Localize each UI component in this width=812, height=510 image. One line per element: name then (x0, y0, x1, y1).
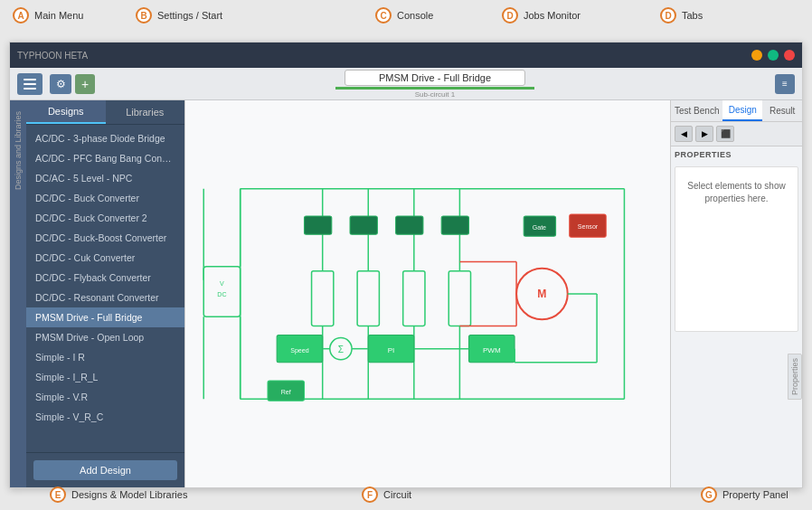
list-item[interactable]: AC/DC - PFC Bang Bang Converter (26, 148, 184, 168)
toolbar: ⚙ + PMSM Drive - Full Bridge Sub-circuit… (10, 68, 802, 100)
plus-icon: + (81, 77, 89, 91)
circuit-diagram: M PWM PI Speed Σ (185, 100, 670, 487)
list-item[interactable]: Simple - I_R_L (26, 367, 184, 387)
gear-icon: ⚙ (56, 78, 66, 90)
settings-controls: ⚙ + (50, 74, 95, 94)
tab-libraries[interactable]: Libraries (106, 100, 185, 124)
settings-button[interactable]: ⚙ (50, 74, 71, 94)
app-window: TYPHOON HETA ⚙ + (9, 42, 803, 488)
rp-forward-button[interactable]: ▶ (695, 126, 713, 142)
list-item[interactable]: Simple - I R (26, 347, 184, 367)
title-bar-controls (751, 50, 795, 61)
tab-designs[interactable]: Designs (26, 100, 106, 124)
rp-stop-button[interactable]: ⬛ (716, 126, 734, 142)
side-strip: Designs and Libraries (10, 100, 26, 487)
svg-text:DC: DC (217, 291, 226, 298)
svg-rect-47 (396, 216, 423, 234)
right-panel-toolbar: ◀ ▶ ⬛ (671, 122, 802, 146)
right-panel: Test Bench Design Result ◀ ▶ ⬛ PROPERTIE… (671, 100, 802, 487)
list-item[interactable]: DC/AC - 5 Level - NPC (26, 168, 184, 188)
main-content: Designs and Libraries Designs Libraries … (10, 100, 802, 487)
svg-text:PWM: PWM (483, 346, 501, 354)
list-item[interactable]: DC/DC - Buck-Boost Converter (26, 228, 184, 248)
annotation-label-B: Settings / Start (157, 10, 222, 21)
svg-text:PI: PI (388, 346, 395, 354)
app-name-label: TYPHOON HETA (17, 51, 88, 61)
annotation-G: G Property Panel (701, 486, 788, 503)
properties-panel: Select elements to show properties here. (675, 166, 798, 332)
circuit-area[interactable]: M PWM PI Speed Σ (184, 100, 671, 487)
right-panel-tabs: Test Bench Design Result (671, 100, 802, 122)
toolbar-center: PMSM Drive - Full Bridge Sub-circuit 1 (102, 70, 768, 99)
side-strip-label: Designs and Libraries (14, 111, 23, 190)
annotation-C: C Console (375, 7, 433, 24)
annotation-label-E: Designs & Model Libraries (71, 489, 187, 500)
list-item[interactable]: DC/DC - Buck Converter 2 (26, 208, 184, 228)
jobs-monitor-button[interactable]: ≡ (775, 74, 795, 94)
annotation-F: F Circuit (362, 486, 411, 503)
annotation-A: A Main Menu (13, 7, 83, 24)
list-item[interactable]: DC/DC - Cuk Converter (26, 248, 184, 268)
tab-result[interactable]: Result (762, 100, 802, 121)
sidebar: Designs Libraries AC/DC - 3-phase Diode … (26, 100, 184, 487)
toolbar-left (17, 73, 42, 95)
minimize-button[interactable] (751, 50, 762, 61)
list-item[interactable]: DC/DC - Flyback Converter (26, 268, 184, 288)
annotation-D2: D Tabs (660, 7, 703, 24)
add-button[interactable]: + (75, 74, 95, 94)
progress-label: Sub-circuit 1 (415, 90, 455, 99)
annotation-B: B Settings / Start (136, 7, 222, 24)
svg-text:Σ: Σ (338, 345, 344, 354)
annotation-label-F: Circuit (383, 489, 411, 500)
list-item[interactable]: Simple - V.R (26, 387, 184, 407)
close-button[interactable] (784, 50, 795, 61)
maximize-button[interactable] (768, 50, 779, 61)
annotation-label-C: Console (397, 10, 433, 21)
annotation-label-D2: Tabs (682, 10, 703, 21)
list-item[interactable]: DC/DC - Buck Converter (26, 188, 184, 208)
list-item-active[interactable]: PMSM Drive - Full Bridge (26, 307, 184, 327)
properties-section-label: PROPERTIES (671, 146, 802, 163)
rp-back-button[interactable]: ◀ (675, 126, 693, 142)
svg-text:Ref: Ref (281, 389, 291, 395)
properties-hint: Select elements to show properties here. (681, 180, 792, 205)
sidebar-tabs: Designs Libraries (26, 100, 184, 125)
monitor-icon: ≡ (782, 79, 788, 89)
circuit-title: PMSM Drive - Full Bridge (345, 70, 525, 86)
list-item[interactable]: Simple - V_R_C (26, 407, 184, 427)
hamburger-icon (24, 79, 36, 80)
svg-text:M: M (537, 288, 546, 300)
main-menu-button[interactable] (17, 73, 42, 95)
toolbar-right: ≡ (775, 74, 795, 94)
annotation-label-A: Main Menu (34, 10, 83, 21)
title-bar-left: TYPHOON HETA (17, 51, 88, 61)
svg-rect-48 (441, 216, 468, 234)
annotation-label-D1: Jobs Monitor (524, 10, 581, 21)
list-item[interactable]: DC/DC - Resonant Converter (26, 288, 184, 307)
tab-test-bench[interactable]: Test Bench (671, 100, 722, 121)
hamburger-icon (24, 83, 36, 85)
annotation-circle-A: A (13, 7, 29, 24)
list-item[interactable]: AC/DC - 3-phase Diode Bridge (26, 128, 184, 148)
sidebar-items: AC/DC - 3-phase Diode Bridge AC/DC - PFC… (26, 125, 184, 452)
svg-text:Gate: Gate (533, 224, 546, 231)
list-item[interactable]: PMSM Drive - Open Loop (26, 327, 184, 347)
title-bar: TYPHOON HETA (10, 42, 802, 68)
progress-bar (335, 87, 534, 90)
tab-design[interactable]: Design (722, 100, 762, 121)
properties-side-tab[interactable]: Properties (788, 354, 802, 400)
svg-rect-45 (304, 216, 331, 234)
svg-text:Speed: Speed (290, 347, 308, 354)
svg-text:V: V (220, 280, 224, 287)
annotation-E: E Designs & Model Libraries (50, 486, 187, 503)
annotation-D1: D Jobs Monitor (502, 7, 581, 24)
svg-text:Sensor: Sensor (578, 223, 599, 230)
annotation-label-G: Property Panel (722, 489, 788, 500)
svg-rect-46 (350, 216, 377, 234)
hamburger-icon (24, 88, 36, 90)
